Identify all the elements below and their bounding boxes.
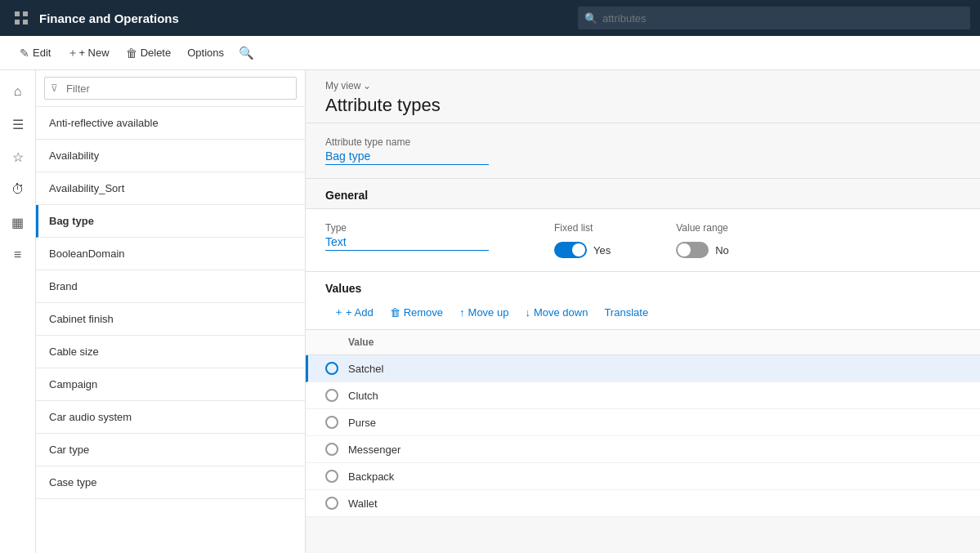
- top-nav: Finance and Operations 🔍: [0, 0, 980, 36]
- list-panel: ⊽ Anti-reflective available Availability…: [36, 70, 306, 553]
- fixed-list-label: Fixed list: [554, 222, 611, 234]
- value-row-purse[interactable]: Purse: [306, 409, 980, 436]
- new-icon: ＋: [67, 46, 78, 60]
- general-grid: Type Text Fixed list Yes Value range: [325, 222, 960, 258]
- row-value-text: Satchel: [348, 363, 383, 375]
- value-range-value: No: [715, 244, 729, 256]
- list-item[interactable]: Case type: [36, 466, 305, 499]
- edit-icon: ✎: [20, 47, 29, 60]
- remove-icon: 🗑: [390, 306, 401, 319]
- move-up-button[interactable]: ↑ Move up: [451, 303, 517, 322]
- toolbar-search-button[interactable]: 🔍: [234, 42, 259, 64]
- list-item[interactable]: Availability_Sort: [36, 172, 305, 205]
- value-range-toggle[interactable]: [676, 242, 709, 258]
- value-col-header: Value: [348, 337, 374, 348]
- row-radio[interactable]: [325, 470, 338, 483]
- svg-rect-3: [23, 20, 28, 25]
- nav-recent-button[interactable]: ⏱: [3, 175, 33, 204]
- attr-type-name-section: Attribute type name Bag type: [306, 123, 980, 178]
- list-item[interactable]: Campaign: [36, 368, 305, 401]
- attr-type-name-value[interactable]: Bag type: [325, 149, 489, 165]
- top-search-icon: 🔍: [584, 12, 597, 25]
- value-row-backpack[interactable]: Backpack: [306, 463, 980, 490]
- row-value-text: Purse: [348, 417, 376, 429]
- chevron-down-icon: ⌄: [363, 80, 371, 91]
- list-item[interactable]: Cabinet finish: [36, 303, 305, 336]
- attr-type-name-label: Attribute type name: [325, 136, 960, 148]
- row-value-text: Messenger: [348, 444, 401, 456]
- fixed-list-value: Yes: [593, 244, 611, 256]
- delete-icon: 🗑: [126, 47, 137, 60]
- value-range-label: Value range: [676, 222, 729, 234]
- value-row-wallet[interactable]: Wallet: [306, 490, 980, 517]
- main-area: ⌂ ☰ ☆ ⏱ ▦ ≡ ⊽ Anti-reflective available …: [0, 70, 980, 553]
- list-items-container: Anti-reflective available Availability A…: [36, 107, 305, 553]
- svg-rect-2: [15, 20, 20, 25]
- values-toolbar: ＋ + Add 🗑 Remove ↑ Move up ↓ Move down T…: [306, 295, 980, 330]
- move-up-icon: ↑: [459, 306, 465, 319]
- edit-button[interactable]: ✎ Edit: [13, 43, 57, 63]
- new-button[interactable]: ＋ + New: [60, 42, 115, 64]
- list-item[interactable]: Availability: [36, 140, 305, 172]
- options-button[interactable]: Options: [181, 43, 230, 62]
- detail-panel: My view ⌄ Attribute types Attribute type…: [306, 70, 980, 553]
- value-range-toggle-row: No: [676, 242, 729, 258]
- search-wrapper: 🔍: [578, 7, 970, 29]
- list-item[interactable]: Car audio system: [36, 401, 305, 434]
- row-value-text: Clutch: [348, 390, 378, 402]
- grid-menu-button[interactable]: [10, 7, 33, 29]
- list-item[interactable]: Cable size: [36, 336, 305, 368]
- value-row-messenger[interactable]: Messenger: [306, 436, 980, 463]
- list-item-bag-type[interactable]: Bag type: [36, 205, 305, 238]
- row-radio[interactable]: [325, 416, 338, 429]
- side-icons: ⌂ ☰ ☆ ⏱ ▦ ≡: [0, 70, 36, 553]
- delete-button[interactable]: 🗑 Delete: [119, 43, 178, 63]
- detail-header: My view ⌄ Attribute types: [306, 70, 980, 123]
- row-value-text: Wallet: [348, 497, 378, 510]
- value-row-clutch[interactable]: Clutch: [306, 382, 980, 409]
- row-radio[interactable]: [325, 497, 338, 510]
- type-label: Type: [325, 222, 489, 234]
- nav-home-button[interactable]: ⌂: [3, 77, 33, 106]
- list-item[interactable]: BooleanDomain: [36, 238, 305, 270]
- app-title: Finance and Operations: [39, 11, 571, 25]
- value-range-field: Value range No: [676, 222, 729, 258]
- values-table-header: Value: [306, 330, 980, 355]
- list-filter-area: ⊽: [36, 70, 305, 107]
- row-radio[interactable]: [325, 389, 338, 402]
- add-value-button[interactable]: ＋ + Add: [325, 301, 382, 323]
- general-section-title: General: [306, 178, 980, 209]
- top-search-input[interactable]: [578, 7, 970, 29]
- svg-rect-0: [15, 11, 20, 16]
- nav-modules-button[interactable]: ≡: [3, 240, 33, 270]
- my-view-link[interactable]: My view ⌄: [325, 80, 960, 91]
- list-item[interactable]: Brand: [36, 270, 305, 303]
- nav-favorites-button[interactable]: ☆: [3, 142, 33, 172]
- type-field: Type Text: [325, 222, 489, 251]
- values-section-title: Values: [306, 272, 980, 295]
- general-section: Type Text Fixed list Yes Value range: [306, 209, 980, 272]
- fixed-list-toggle-row: Yes: [554, 242, 611, 258]
- add-icon: ＋: [333, 305, 344, 319]
- values-section: Values ＋ + Add 🗑 Remove ↑ Move up ↓ Move…: [306, 272, 980, 517]
- row-value-text: Backpack: [348, 470, 394, 483]
- move-down-button[interactable]: ↓ Move down: [517, 303, 596, 322]
- fixed-list-field: Fixed list Yes: [554, 222, 611, 258]
- main-toolbar: ✎ Edit ＋ + New 🗑 Delete Options 🔍: [0, 36, 980, 70]
- fixed-list-toggle[interactable]: [554, 242, 587, 258]
- list-item[interactable]: Anti-reflective available: [36, 107, 305, 140]
- svg-rect-1: [23, 11, 28, 16]
- translate-button[interactable]: Translate: [596, 303, 656, 322]
- type-value[interactable]: Text: [325, 235, 489, 251]
- move-down-icon: ↓: [525, 306, 530, 319]
- row-radio[interactable]: [325, 443, 338, 456]
- row-radio[interactable]: [325, 362, 338, 375]
- remove-value-button[interactable]: 🗑 Remove: [382, 303, 451, 322]
- nav-workspaces-button[interactable]: ▦: [3, 207, 33, 237]
- list-item[interactable]: Car type: [36, 434, 305, 466]
- values-table: Satchel Clutch Purse Messenger Backpack: [306, 355, 980, 517]
- nav-hamburger-button[interactable]: ☰: [3, 109, 33, 139]
- value-row-satchel[interactable]: Satchel: [306, 355, 980, 382]
- page-title: Attribute types: [325, 95, 960, 116]
- list-filter-input[interactable]: [44, 77, 297, 100]
